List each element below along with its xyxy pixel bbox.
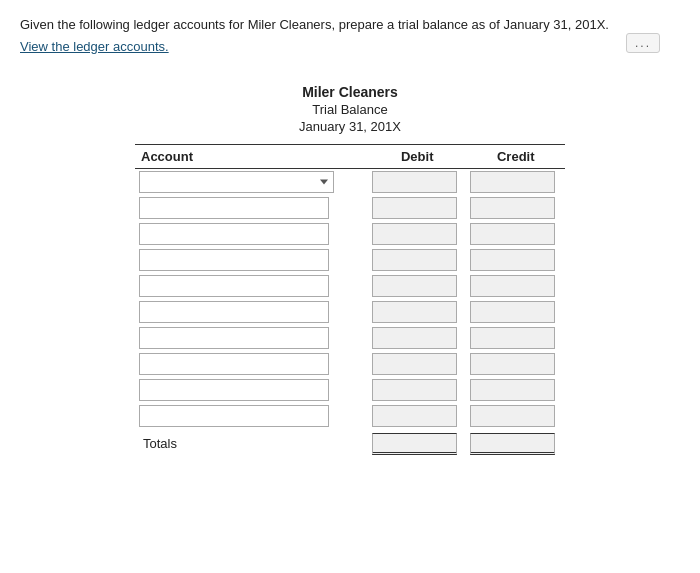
credit-input-7[interactable] [470,353,555,375]
debit-input-4[interactable] [372,275,457,297]
debit-input-1[interactable] [372,197,457,219]
table-row [135,351,565,377]
table-row [135,247,565,273]
debit-input-0[interactable] [372,171,457,193]
credit-input-0[interactable] [470,171,555,193]
totals-label: Totals [139,436,177,451]
more-button[interactable]: ... [626,33,660,53]
table-row [135,325,565,351]
table-row [135,195,565,221]
view-ledger-link[interactable]: View the ledger accounts. [20,39,169,54]
account-input-6[interactable] [139,327,329,349]
account-input-5[interactable] [139,301,329,323]
account-dropdown-0[interactable] [139,171,334,193]
account-input-1[interactable] [139,197,329,219]
account-input-3[interactable] [139,249,329,271]
report-title: Trial Balance [312,102,387,117]
credit-input-5[interactable] [470,301,555,323]
table-row [135,377,565,403]
debit-input-2[interactable] [372,223,457,245]
table-row [135,168,565,195]
debit-input-8[interactable] [372,379,457,401]
table-row [135,403,565,429]
account-input-4[interactable] [139,275,329,297]
account-header: Account [135,144,368,168]
credit-input-6[interactable] [470,327,555,349]
table-row [135,273,565,299]
totals-debit-input[interactable] [372,433,457,455]
debit-input-7[interactable] [372,353,457,375]
debit-input-3[interactable] [372,249,457,271]
account-input-9[interactable] [139,405,329,427]
credit-input-9[interactable] [470,405,555,427]
credit-input-8[interactable] [470,379,555,401]
intro-text: Given the following ledger accounts for … [20,15,680,35]
credit-input-3[interactable] [470,249,555,271]
debit-input-6[interactable] [372,327,457,349]
debit-input-9[interactable] [372,405,457,427]
table-row [135,221,565,247]
credit-input-2[interactable] [470,223,555,245]
account-input-2[interactable] [139,223,329,245]
report-date: January 31, 201X [299,119,401,134]
totals-credit-input[interactable] [470,433,555,455]
credit-input-1[interactable] [470,197,555,219]
credit-input-4[interactable] [470,275,555,297]
company-name: Miler Cleaners [302,84,398,100]
account-input-7[interactable] [139,353,329,375]
account-input-8[interactable] [139,379,329,401]
table-row [135,299,565,325]
credit-header: Credit [466,144,565,168]
debit-header: Debit [368,144,466,168]
debit-input-5[interactable] [372,301,457,323]
